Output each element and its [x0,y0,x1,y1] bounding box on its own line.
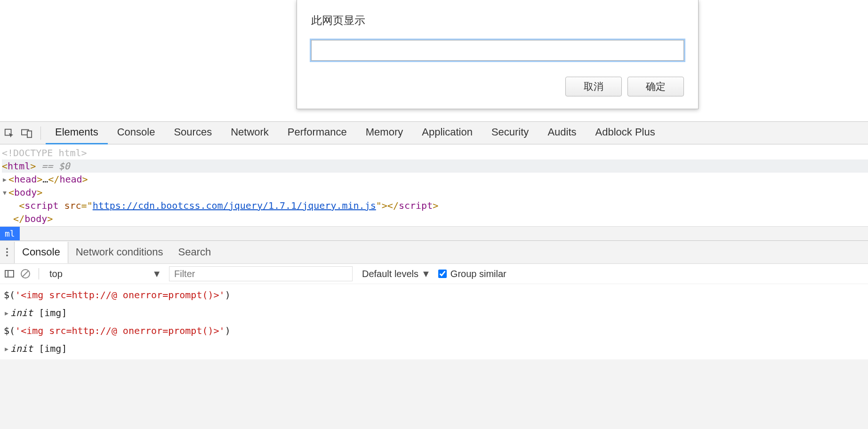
dom-doctype[interactable]: <!DOCTYPE html> [2,146,868,159]
dom-body-close[interactable]: </body> [2,212,868,225]
drawer-tab-search[interactable]: Search [171,241,219,263]
svg-point-3 [6,248,8,250]
toolbar-separator [40,127,41,140]
svg-rect-6 [5,270,14,277]
devtools-drawer: Console Network conditions Search top ▼ … [0,240,868,359]
drawer-tabs: Console Network conditions Search [0,241,868,263]
clear-console-icon[interactable] [20,268,31,279]
tab-network[interactable]: Network [221,122,278,144]
group-similar-checkbox[interactable]: Group similar [438,269,506,279]
group-similar-input[interactable] [438,270,447,278]
inspect-icon[interactable] [0,122,18,144]
ok-button[interactable]: 确定 [627,77,684,96]
devtools-toolbar: Elements Console Sources Network Perform… [0,122,868,144]
dom-breadcrumb: ml [0,226,868,240]
console-sidebar-toggle-icon[interactable] [4,268,15,279]
ellipsis: … [42,174,48,185]
chevron-down-icon: ▼ [421,269,431,279]
expand-triangle-icon[interactable]: ▸ [4,304,10,322]
svg-line-9 [23,271,28,277]
execution-context-select[interactable]: top ▼ [47,268,164,280]
console-result-line[interactable]: ▸init [img] [4,340,864,358]
cancel-button[interactable]: 取消 [565,77,622,96]
dialog-button-row: 取消 确定 [311,77,684,96]
toolbar-separator [39,268,39,279]
chevron-down-icon: ▼ [152,269,161,279]
prompt-input[interactable] [311,40,684,61]
tab-performance[interactable]: Performance [278,122,356,144]
tab-memory[interactable]: Memory [356,122,412,144]
drawer-menu-icon[interactable] [0,241,14,263]
drawer-tab-network-conditions[interactable]: Network conditions [68,241,171,263]
svg-rect-2 [27,131,32,137]
console-output[interactable]: $('<img src=http://@ onerror=prompt()>')… [0,284,868,359]
tab-security[interactable]: Security [482,122,538,144]
devtools-panel: Elements Console Sources Network Perform… [0,121,868,429]
tab-sources[interactable]: Sources [164,122,221,144]
tab-console[interactable]: Console [108,122,165,144]
drawer-tab-console[interactable]: Console [14,242,68,263]
dom-head[interactable]: ▸<head>…</head> [2,173,868,186]
console-result-line[interactable]: ▸init [img] [4,304,864,322]
console-input-line[interactable]: $('<img src=http://@ onerror=prompt()>') [4,286,864,304]
log-levels-select[interactable]: Default levels ▼ [362,269,431,279]
context-label: top [49,269,63,279]
dom-html-open[interactable]: <html> == $0 [2,159,868,173]
svg-point-5 [6,254,8,256]
js-prompt-dialog: 此网页显示 取消 确定 [297,0,699,109]
console-input-line[interactable]: $('<img src=http://@ onerror=prompt()>') [4,322,864,340]
device-toggle-icon[interactable] [18,122,36,144]
svg-point-4 [6,251,8,253]
levels-label: Default levels [362,269,418,279]
group-similar-label: Group similar [450,269,506,279]
breadcrumb-item[interactable]: ml [0,227,20,240]
tab-audits[interactable]: Audits [538,122,586,144]
tab-application[interactable]: Application [412,122,482,144]
expand-triangle-icon[interactable]: ▸ [4,340,10,358]
dialog-title: 此网页显示 [311,13,684,28]
tab-adblock-plus[interactable]: Adblock Plus [586,122,665,144]
dom-body-open[interactable]: ▾<body> [2,186,868,199]
console-filter-input[interactable] [169,266,353,281]
dom-script[interactable]: <script src="https://cdn.bootcss.com/jqu… [2,199,868,212]
tab-elements[interactable]: Elements [46,122,108,144]
console-toolbar: top ▼ Default levels ▼ Group similar [0,263,868,284]
elements-dom-tree[interactable]: <!DOCTYPE html> <html> == $0 ▸<head>…</h… [0,144,868,226]
main-tabs: Elements Console Sources Network Perform… [46,122,665,144]
